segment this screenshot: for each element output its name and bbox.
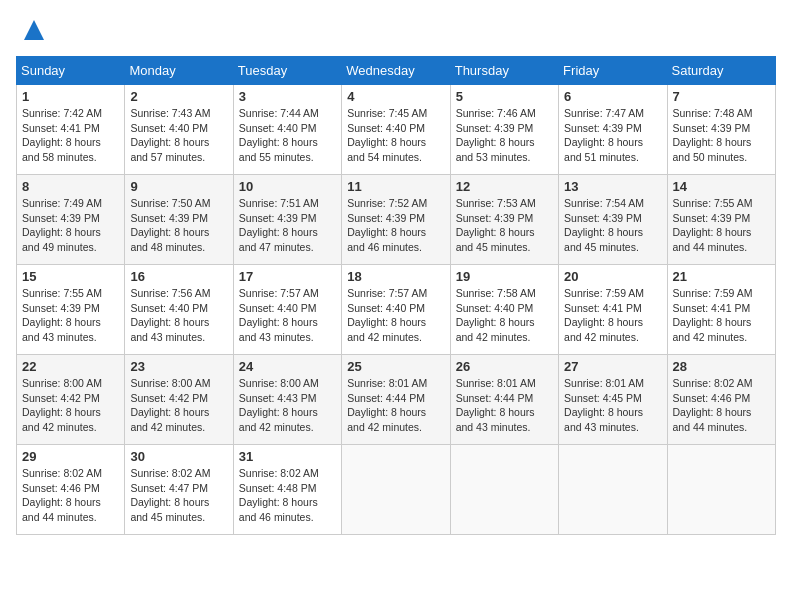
day-info: Sunrise: 7:59 AMSunset: 4:41 PMDaylight:… [564,287,644,343]
calendar-cell: 30 Sunrise: 8:02 AMSunset: 4:47 PMDaylig… [125,445,233,535]
calendar-cell: 19 Sunrise: 7:58 AMSunset: 4:40 PMDaylig… [450,265,558,355]
calendar-week-row: 1 Sunrise: 7:42 AMSunset: 4:41 PMDayligh… [17,85,776,175]
column-header-sunday: Sunday [17,57,125,85]
calendar-cell: 10 Sunrise: 7:51 AMSunset: 4:39 PMDaylig… [233,175,341,265]
day-info: Sunrise: 7:44 AMSunset: 4:40 PMDaylight:… [239,107,319,163]
day-number: 3 [239,89,336,104]
day-info: Sunrise: 8:02 AMSunset: 4:46 PMDaylight:… [673,377,753,433]
calendar-table: SundayMondayTuesdayWednesdayThursdayFrid… [16,56,776,535]
column-header-friday: Friday [559,57,667,85]
day-info: Sunrise: 8:02 AMSunset: 4:47 PMDaylight:… [130,467,210,523]
day-info: Sunrise: 7:49 AMSunset: 4:39 PMDaylight:… [22,197,102,253]
logo [16,16,48,44]
calendar-cell: 12 Sunrise: 7:53 AMSunset: 4:39 PMDaylig… [450,175,558,265]
column-header-monday: Monday [125,57,233,85]
day-number: 14 [673,179,770,194]
day-info: Sunrise: 7:58 AMSunset: 4:40 PMDaylight:… [456,287,536,343]
column-header-thursday: Thursday [450,57,558,85]
day-number: 23 [130,359,227,374]
day-info: Sunrise: 7:51 AMSunset: 4:39 PMDaylight:… [239,197,319,253]
day-number: 12 [456,179,553,194]
day-info: Sunrise: 7:55 AMSunset: 4:39 PMDaylight:… [22,287,102,343]
day-number: 6 [564,89,661,104]
day-info: Sunrise: 7:54 AMSunset: 4:39 PMDaylight:… [564,197,644,253]
day-number: 30 [130,449,227,464]
calendar-cell [667,445,775,535]
day-number: 24 [239,359,336,374]
day-number: 21 [673,269,770,284]
calendar-cell: 29 Sunrise: 8:02 AMSunset: 4:46 PMDaylig… [17,445,125,535]
day-number: 15 [22,269,119,284]
day-info: Sunrise: 8:01 AMSunset: 4:44 PMDaylight:… [347,377,427,433]
calendar-cell: 14 Sunrise: 7:55 AMSunset: 4:39 PMDaylig… [667,175,775,265]
calendar-cell: 28 Sunrise: 8:02 AMSunset: 4:46 PMDaylig… [667,355,775,445]
day-number: 1 [22,89,119,104]
calendar-cell: 22 Sunrise: 8:00 AMSunset: 4:42 PMDaylig… [17,355,125,445]
day-info: Sunrise: 7:43 AMSunset: 4:40 PMDaylight:… [130,107,210,163]
calendar-week-row: 22 Sunrise: 8:00 AMSunset: 4:42 PMDaylig… [17,355,776,445]
day-info: Sunrise: 8:02 AMSunset: 4:48 PMDaylight:… [239,467,319,523]
calendar-cell [559,445,667,535]
calendar-cell: 20 Sunrise: 7:59 AMSunset: 4:41 PMDaylig… [559,265,667,355]
column-header-wednesday: Wednesday [342,57,450,85]
calendar-cell: 25 Sunrise: 8:01 AMSunset: 4:44 PMDaylig… [342,355,450,445]
day-info: Sunrise: 7:57 AMSunset: 4:40 PMDaylight:… [347,287,427,343]
day-number: 13 [564,179,661,194]
day-info: Sunrise: 7:48 AMSunset: 4:39 PMDaylight:… [673,107,753,163]
day-number: 31 [239,449,336,464]
calendar-cell: 6 Sunrise: 7:47 AMSunset: 4:39 PMDayligh… [559,85,667,175]
calendar-cell: 24 Sunrise: 8:00 AMSunset: 4:43 PMDaylig… [233,355,341,445]
day-info: Sunrise: 8:00 AMSunset: 4:42 PMDaylight:… [22,377,102,433]
day-info: Sunrise: 7:42 AMSunset: 4:41 PMDaylight:… [22,107,102,163]
calendar-cell: 8 Sunrise: 7:49 AMSunset: 4:39 PMDayligh… [17,175,125,265]
calendar-cell: 9 Sunrise: 7:50 AMSunset: 4:39 PMDayligh… [125,175,233,265]
calendar-cell [342,445,450,535]
day-info: Sunrise: 8:01 AMSunset: 4:44 PMDaylight:… [456,377,536,433]
calendar-cell: 26 Sunrise: 8:01 AMSunset: 4:44 PMDaylig… [450,355,558,445]
day-info: Sunrise: 8:00 AMSunset: 4:43 PMDaylight:… [239,377,319,433]
column-header-saturday: Saturday [667,57,775,85]
day-number: 7 [673,89,770,104]
calendar-cell: 31 Sunrise: 8:02 AMSunset: 4:48 PMDaylig… [233,445,341,535]
day-number: 25 [347,359,444,374]
calendar-cell: 2 Sunrise: 7:43 AMSunset: 4:40 PMDayligh… [125,85,233,175]
column-header-tuesday: Tuesday [233,57,341,85]
day-info: Sunrise: 8:01 AMSunset: 4:45 PMDaylight:… [564,377,644,433]
day-number: 28 [673,359,770,374]
day-number: 18 [347,269,444,284]
day-info: Sunrise: 8:02 AMSunset: 4:46 PMDaylight:… [22,467,102,523]
day-number: 20 [564,269,661,284]
calendar-cell: 21 Sunrise: 7:59 AMSunset: 4:41 PMDaylig… [667,265,775,355]
day-number: 26 [456,359,553,374]
calendar-week-row: 8 Sunrise: 7:49 AMSunset: 4:39 PMDayligh… [17,175,776,265]
day-info: Sunrise: 7:45 AMSunset: 4:40 PMDaylight:… [347,107,427,163]
day-number: 8 [22,179,119,194]
calendar-cell: 18 Sunrise: 7:57 AMSunset: 4:40 PMDaylig… [342,265,450,355]
calendar-cell: 7 Sunrise: 7:48 AMSunset: 4:39 PMDayligh… [667,85,775,175]
calendar-cell: 15 Sunrise: 7:55 AMSunset: 4:39 PMDaylig… [17,265,125,355]
day-info: Sunrise: 7:53 AMSunset: 4:39 PMDaylight:… [456,197,536,253]
calendar-cell: 5 Sunrise: 7:46 AMSunset: 4:39 PMDayligh… [450,85,558,175]
calendar-cell: 11 Sunrise: 7:52 AMSunset: 4:39 PMDaylig… [342,175,450,265]
calendar-cell: 13 Sunrise: 7:54 AMSunset: 4:39 PMDaylig… [559,175,667,265]
page-header [16,16,776,44]
day-info: Sunrise: 7:52 AMSunset: 4:39 PMDaylight:… [347,197,427,253]
day-number: 17 [239,269,336,284]
day-number: 27 [564,359,661,374]
day-number: 11 [347,179,444,194]
calendar-cell: 27 Sunrise: 8:01 AMSunset: 4:45 PMDaylig… [559,355,667,445]
day-number: 2 [130,89,227,104]
day-number: 22 [22,359,119,374]
calendar-week-row: 15 Sunrise: 7:55 AMSunset: 4:39 PMDaylig… [17,265,776,355]
day-number: 29 [22,449,119,464]
day-info: Sunrise: 7:47 AMSunset: 4:39 PMDaylight:… [564,107,644,163]
day-info: Sunrise: 7:56 AMSunset: 4:40 PMDaylight:… [130,287,210,343]
calendar-week-row: 29 Sunrise: 8:02 AMSunset: 4:46 PMDaylig… [17,445,776,535]
calendar-cell: 4 Sunrise: 7:45 AMSunset: 4:40 PMDayligh… [342,85,450,175]
day-info: Sunrise: 8:00 AMSunset: 4:42 PMDaylight:… [130,377,210,433]
calendar-cell: 16 Sunrise: 7:56 AMSunset: 4:40 PMDaylig… [125,265,233,355]
calendar-cell [450,445,558,535]
day-info: Sunrise: 7:59 AMSunset: 4:41 PMDaylight:… [673,287,753,343]
day-number: 19 [456,269,553,284]
day-number: 4 [347,89,444,104]
